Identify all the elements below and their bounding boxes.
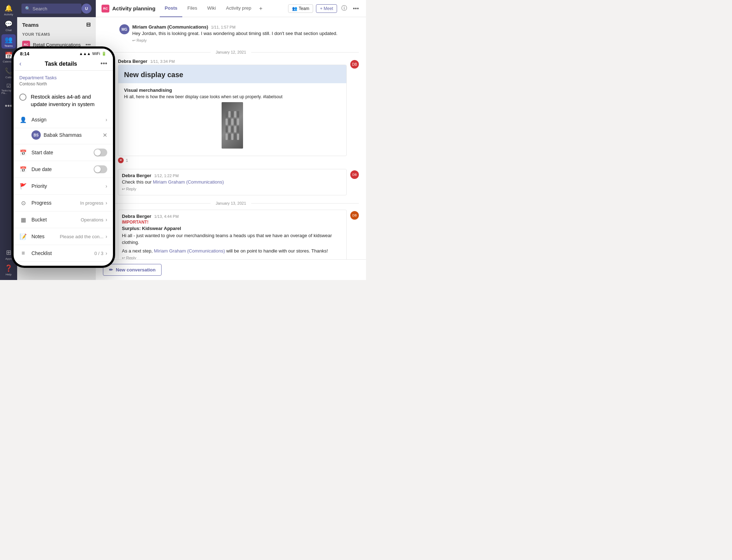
phone-content: Department Tasks Contoso North Restock a… (14, 71, 113, 266)
task-field-checklist[interactable]: ≡ Checklist 0 / 3 › (14, 245, 113, 262)
task-field-start-date[interactable]: 📅 Start date (14, 144, 113, 161)
msg-content-debra3: Debra Berger 1/13, 4:44 PM IMPORTANT! Su… (118, 210, 347, 259)
sidebar-item-chat[interactable]: 💬 Chat (1, 19, 16, 33)
priority-label: Priority (31, 183, 105, 189)
phone-status-bar: 8:14 ▲▲▲ WiFi 🔋 (14, 49, 113, 59)
task-title-row: Restock aisles a4-a6 and update inventor… (14, 89, 113, 111)
card-title: New display case (124, 71, 341, 79)
new-conversation-bar: ✏ New conversation (96, 259, 366, 280)
reply-btn-1[interactable]: ↩ Reply (132, 38, 359, 43)
teams-panel-title: Teams (22, 22, 39, 28)
shelf-display (226, 111, 239, 140)
back-button[interactable]: ‹ (19, 60, 21, 68)
msg-time-debra1: 1/11, 3:34 PM (150, 59, 175, 64)
bucket-chevron: › (105, 217, 107, 222)
msg-time-debra2: 1/12, 1:22 PM (154, 174, 179, 178)
channel-tabs: Posts Files Wiki Activity prep + (160, 0, 287, 17)
phone-more-button[interactable]: ••• (100, 60, 107, 68)
task-field-bucket[interactable]: ▦ Bucket Operations › (14, 211, 113, 228)
meet-button[interactable]: + Meet (316, 4, 337, 13)
msg-reaction-icon: DB (350, 59, 359, 69)
breadcrumb-link[interactable]: Department Tasks (19, 75, 57, 80)
task-field-progress[interactable]: ⊙ Progress In progress › (14, 195, 113, 211)
bucket-value: Operations (81, 217, 104, 222)
reaction-bar-1: ❤ 1 (118, 158, 347, 163)
more-options-icon[interactable]: ••• (351, 4, 360, 13)
remove-user-button[interactable]: ✕ (103, 132, 107, 139)
your-teams-label: Your teams (17, 31, 96, 39)
sidebar-item-help[interactable]: ❓ Help (1, 263, 16, 277)
date-divider-jan12: January 12, 2021 (103, 50, 359, 54)
react-avatar-3: DB (350, 211, 359, 220)
sidebar-item-activity[interactable]: 🔔 Activity (1, 3, 16, 17)
msg-header-debra1: Debra Berger 1/11, 3:34 PM (118, 59, 347, 64)
task-checkbox[interactable] (19, 94, 26, 101)
channel-title-block: RC Activity planning (102, 5, 155, 12)
tab-add-icon[interactable]: + (256, 5, 265, 12)
new-conv-icon: ✏ (109, 267, 113, 272)
notes-chevron: › (105, 234, 107, 239)
phone-overlay: 8:14 ▲▲▲ WiFi 🔋 ‹ Task details ••• Depar… (11, 46, 115, 268)
reaction-count: 1 (126, 158, 128, 162)
toggle-knob (94, 149, 101, 156)
info-icon[interactable]: ⓘ (340, 3, 348, 14)
msg-content-debra2: Debra Berger 1/12, 1:22 PM Check this ou… (118, 169, 347, 195)
task-field-assign[interactable]: 👤 Assign › (14, 111, 113, 128)
start-date-toggle[interactable] (94, 149, 107, 156)
reply-btn-3[interactable]: ↩ Reply (122, 256, 343, 259)
msg-author-debra1: Debra Berger (118, 59, 147, 64)
tab-files[interactable]: Files (182, 0, 202, 17)
card-image-beer (222, 102, 243, 149)
msg-react-3: DB (350, 210, 359, 220)
task-field-due-date[interactable]: 📅 Due date (14, 161, 113, 178)
progress-icon: ⊙ (19, 199, 27, 207)
important-label: IMPORTANT! (122, 220, 343, 225)
channel-header-right: 👥 Team + Meet ⓘ ••• (288, 3, 360, 14)
bucket-label: Bucket (31, 217, 81, 222)
notes-icon: 📝 (19, 232, 27, 240)
msg-text-miriam: Hey Jordan, this is looking great. I was… (132, 30, 359, 37)
task-field-labels[interactable]: 🏷 Labels › (14, 262, 113, 266)
toggle-knob-2 (94, 166, 101, 172)
due-date-toggle[interactable] (94, 165, 107, 173)
notes-label: Notes (31, 234, 60, 239)
task-field-notes[interactable]: 📝 Notes Please add the con... › (14, 228, 113, 245)
filter-icon[interactable]: ⊟ (86, 21, 91, 28)
tab-activity-prep[interactable]: Activity prep (221, 0, 256, 17)
message-card-display-case: New display case Visual merchandising Hi… (118, 65, 347, 156)
battery-icon: 🔋 (102, 51, 107, 56)
msg-header-debra2: Debra Berger 1/12, 1:22 PM (122, 173, 343, 178)
msg-avatar-miriam: MG (119, 24, 129, 34)
signal-icon: ▲▲▲ (79, 51, 91, 56)
search-bar[interactable]: 🔍 (21, 4, 81, 14)
new-conversation-button[interactable]: ✏ New conversation (103, 264, 162, 276)
checklist-chevron: › (105, 250, 107, 256)
search-input[interactable] (33, 6, 78, 11)
tab-posts[interactable]: Posts (160, 0, 182, 17)
card-body-text: Hi all, here is how the new beer display… (124, 94, 341, 99)
user-avatar: U (81, 4, 92, 14)
progress-chevron: › (105, 200, 107, 206)
user-reaction-avatar: DB (350, 60, 359, 69)
progress-label: Progress (31, 200, 80, 206)
reply-btn-2[interactable]: ↩ Reply (122, 187, 343, 191)
sidebar-item-teams[interactable]: 👥 Teams (1, 34, 16, 49)
progress-value: In progress (80, 200, 103, 206)
msg-text-debra3b: As a next step, Miriam Graham (Communica… (122, 248, 343, 254)
msg-content-miriam: Miriam Graham (Communications) 1/11, 1:5… (132, 24, 359, 43)
msg-react-2: DB (350, 169, 359, 179)
tab-wiki[interactable]: Wiki (202, 0, 221, 17)
reply-message-1: MG Miriam Graham (Communications) 1/11, … (103, 23, 359, 46)
checklist-label: Checklist (31, 250, 94, 256)
msg-author-debra3: Debra Berger (122, 214, 151, 219)
assign-icon: 👤 (19, 116, 27, 124)
task-field-priority[interactable]: 🚩 Priority › (14, 178, 113, 195)
bucket-icon: ▦ (19, 216, 27, 224)
channel-avatar: RC (102, 5, 109, 12)
priority-icon: 🚩 (19, 182, 27, 190)
team-button[interactable]: 👥 Team (288, 4, 313, 13)
msg-surplus-title: Surplus: Kidswear Apparel (122, 226, 343, 231)
card-body: Visual merchandising Hi all, here is how… (118, 83, 346, 156)
assign-label: Assign (31, 117, 105, 122)
mention-miriam-3: Miriam Graham (Communications) (154, 248, 225, 254)
